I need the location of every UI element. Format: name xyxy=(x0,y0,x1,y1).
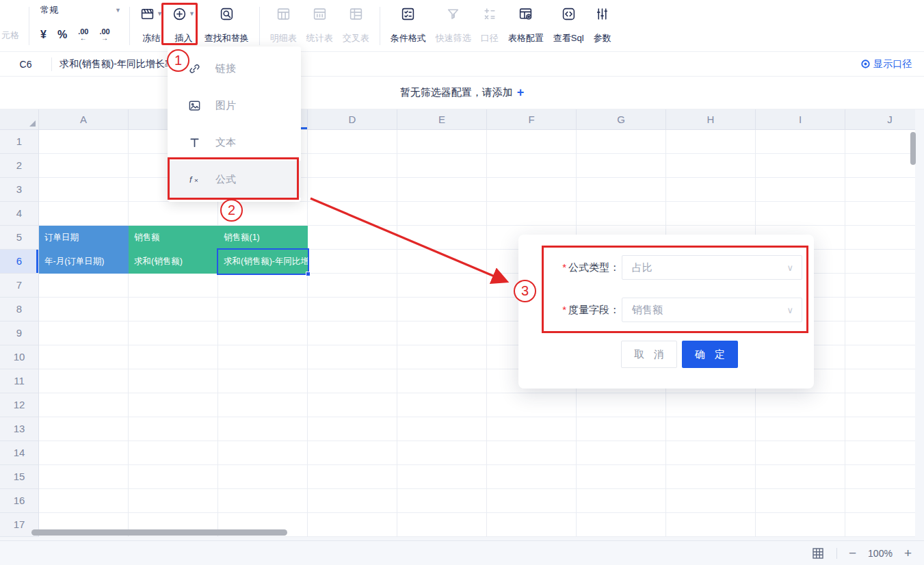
grid-icon xyxy=(811,547,825,560)
row-headers: 1234567891011121314151617 xyxy=(0,130,39,537)
toolbar-divider xyxy=(259,7,260,45)
vertical-scrollbar[interactable] xyxy=(910,132,916,165)
spreadsheet-app: 元格 常规 ▼ ¥%.00←.00→ ▼冻结▼插入查找和替换明细表统计表交叉表条… xyxy=(0,0,924,565)
row-header-1[interactable]: 1 xyxy=(0,130,39,154)
cell-C5[interactable]: 销售额(1) xyxy=(218,226,308,250)
row-header-7[interactable]: 7 xyxy=(0,274,39,298)
number-format-select[interactable]: 常规 ▼ xyxy=(40,4,121,16)
field-row-measure-field: *度量字段：销售额∨ xyxy=(518,298,814,322)
link-icon xyxy=(188,62,201,75)
cell-A5[interactable]: 订单日期 xyxy=(39,226,129,250)
column-header-A[interactable]: A xyxy=(39,109,129,129)
caliber-icon xyxy=(482,7,497,21)
row-header-3[interactable]: 3 xyxy=(0,178,39,202)
toolbar-view-sql-button[interactable]: 查看Sql xyxy=(549,3,589,47)
column-header-F[interactable]: F xyxy=(487,109,577,129)
column-header-G[interactable]: G xyxy=(577,109,666,129)
decrease-decimal-button[interactable]: .00← xyxy=(78,29,88,41)
row-header-5[interactable]: 5 xyxy=(0,226,39,250)
toolbar-find-replace-button[interactable]: 查找和替换 xyxy=(200,3,254,47)
required-asterisk: * xyxy=(562,261,566,273)
menu-item-image[interactable]: 图片 xyxy=(168,87,301,124)
menu-item-image-label: 图片 xyxy=(215,99,236,112)
toolbar-detail-table-label: 明细表 xyxy=(270,33,297,44)
cell-C6[interactable]: 求和(销售额)-年同比增长率 xyxy=(218,250,308,274)
table-config-icon xyxy=(518,7,533,21)
cancel-button[interactable]: 取 消 xyxy=(621,341,677,368)
horizontal-scrollbar[interactable] xyxy=(31,529,287,536)
column-header-J[interactable]: J xyxy=(845,109,915,129)
zoom-out-button[interactable]: − xyxy=(849,547,856,560)
column-header-H[interactable]: H xyxy=(666,109,756,129)
toolbar-detail-table-button: 明细表 xyxy=(265,3,302,47)
row-header-13[interactable]: 13 xyxy=(0,417,39,441)
show-caliber-label: 显示口径 xyxy=(873,58,912,70)
formula-dialog: *公式类型：占比∨*度量字段：销售额∨ 取 消 确 定 xyxy=(518,235,814,389)
row-header-15[interactable]: 15 xyxy=(0,465,39,489)
column-header-D[interactable]: D xyxy=(308,109,397,129)
detail-table-iconrow xyxy=(276,4,291,23)
conditional-format-icon xyxy=(401,7,415,21)
no-filter-text: 暂无筛选器配置，请添加 xyxy=(400,86,513,99)
select-all-corner[interactable] xyxy=(0,109,39,130)
row-header-14[interactable]: 14 xyxy=(0,441,39,465)
measure-field-select[interactable]: 销售额∨ xyxy=(622,298,802,322)
cell-reference-box[interactable]: C6 xyxy=(0,59,51,70)
ok-button[interactable]: 确 定 xyxy=(682,341,738,368)
status-bar: − 100% + xyxy=(0,540,924,565)
row-header-4[interactable]: 4 xyxy=(0,202,39,226)
currency-button[interactable]: ¥ xyxy=(40,29,47,41)
cell-A6[interactable]: 年-月(订单日期) xyxy=(39,250,129,274)
toolbar-params-button[interactable]: 参数 xyxy=(589,3,616,47)
toolbar-view-sql-label: 查看Sql xyxy=(553,33,584,44)
svg-text:×: × xyxy=(194,176,198,184)
percent-button[interactable]: % xyxy=(57,29,67,41)
chevron-down-icon: ∨ xyxy=(787,305,793,315)
corner-triangle-icon xyxy=(29,120,36,127)
row-header-10[interactable]: 10 xyxy=(0,345,39,369)
chevron-down-icon: ∨ xyxy=(787,263,793,273)
cell-B5[interactable]: 销售额 xyxy=(129,226,218,250)
chevron-down-icon: ▼ xyxy=(115,7,121,14)
grid-view-button[interactable] xyxy=(811,547,825,560)
stats-table-icon xyxy=(313,7,327,21)
params-icon xyxy=(595,7,609,21)
formula-type-select[interactable]: 占比∨ xyxy=(622,255,802,280)
chevron-down-icon: ▼ xyxy=(189,10,195,17)
increase-decimal-button[interactable]: .00→ xyxy=(99,29,109,41)
column-header-I[interactable]: I xyxy=(756,109,845,129)
row-header-6[interactable]: 6 xyxy=(0,250,39,274)
number-format-value: 常规 xyxy=(40,4,58,16)
row-header-8[interactable]: 8 xyxy=(0,298,39,321)
menu-item-formula[interactable]: f×公式 xyxy=(168,161,301,198)
zoom-in-button[interactable]: + xyxy=(904,547,912,560)
toolbar-conditional-format-button[interactable]: 条件格式 xyxy=(386,3,431,47)
status-divider xyxy=(836,548,837,559)
toolbar-cross-table-label: 交叉表 xyxy=(343,33,369,44)
menu-item-link[interactable]: 链接 xyxy=(168,50,301,87)
freeze-icon xyxy=(140,7,155,21)
column-header-E[interactable]: E xyxy=(397,109,487,129)
cell-B6[interactable]: 求和(销售额) xyxy=(129,250,218,274)
row-header-2[interactable]: 2 xyxy=(0,154,39,178)
params-iconrow xyxy=(595,4,609,23)
menu-item-text[interactable]: 文本 xyxy=(168,124,301,161)
quick-filter-icon xyxy=(446,7,460,21)
text-icon xyxy=(188,136,201,149)
row-header-16[interactable]: 16 xyxy=(0,489,39,513)
caliber-iconrow xyxy=(482,4,497,23)
find-replace-iconrow xyxy=(220,4,234,23)
row-header-9[interactable]: 9 xyxy=(0,321,39,345)
toolbar-stats-table-button: 统计表 xyxy=(302,3,338,47)
toolbar-insert-button[interactable]: ▼插入 xyxy=(168,3,200,47)
formula-icon: f× xyxy=(188,173,201,186)
add-filter-button[interactable]: + xyxy=(517,86,525,100)
toolbar-cross-table-button: 交叉表 xyxy=(338,3,374,47)
toolbar-find-replace-label: 查找和替换 xyxy=(204,33,249,44)
toolbar-freeze-button[interactable]: ▼冻结 xyxy=(135,3,168,47)
toolbar-table-config-button[interactable]: 表格配置 xyxy=(503,3,549,47)
row-header-12[interactable]: 12 xyxy=(0,393,39,417)
find-replace-icon xyxy=(220,7,234,21)
row-header-11[interactable]: 11 xyxy=(0,369,39,393)
show-caliber-link[interactable]: 显示口径 xyxy=(860,58,924,70)
